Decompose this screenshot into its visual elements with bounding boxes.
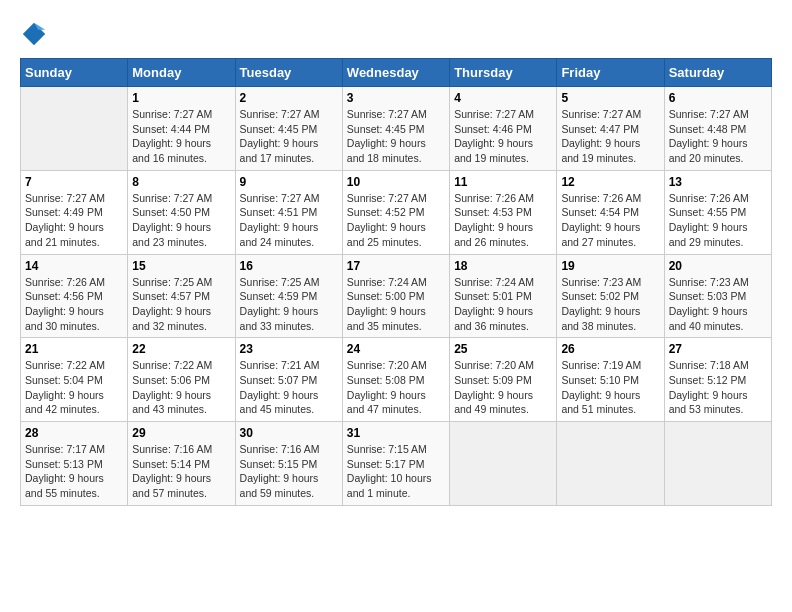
day-number: 24 — [347, 342, 445, 356]
sunrise-text: Sunrise: 7:17 AM — [25, 443, 105, 455]
daylight-minutes: and 36 minutes. — [454, 320, 529, 332]
day-cell: 14Sunrise: 7:26 AMSunset: 4:56 PMDayligh… — [21, 254, 128, 338]
week-row-4: 21Sunrise: 7:22 AMSunset: 5:04 PMDayligh… — [21, 338, 772, 422]
day-info: Sunrise: 7:27 AMSunset: 4:49 PMDaylight:… — [25, 191, 123, 250]
logo-icon — [20, 20, 48, 48]
sunrise-text: Sunrise: 7:25 AM — [132, 276, 212, 288]
sunset-text: Sunset: 5:03 PM — [669, 290, 747, 302]
day-cell: 10Sunrise: 7:27 AMSunset: 4:52 PMDayligh… — [342, 170, 449, 254]
day-info: Sunrise: 7:27 AMSunset: 4:52 PMDaylight:… — [347, 191, 445, 250]
day-cell: 27Sunrise: 7:18 AMSunset: 5:12 PMDayligh… — [664, 338, 771, 422]
header-cell-saturday: Saturday — [664, 59, 771, 87]
sunset-text: Sunset: 5:02 PM — [561, 290, 639, 302]
sunset-text: Sunset: 5:12 PM — [669, 374, 747, 386]
day-info: Sunrise: 7:20 AMSunset: 5:08 PMDaylight:… — [347, 358, 445, 417]
sunrise-text: Sunrise: 7:27 AM — [347, 108, 427, 120]
sunset-text: Sunset: 5:10 PM — [561, 374, 639, 386]
day-info: Sunrise: 7:15 AMSunset: 5:17 PMDaylight:… — [347, 442, 445, 501]
daylight-label: Daylight: 9 hours — [561, 137, 640, 149]
day-number: 15 — [132, 259, 230, 273]
day-cell — [21, 87, 128, 171]
week-row-1: 1Sunrise: 7:27 AMSunset: 4:44 PMDaylight… — [21, 87, 772, 171]
daylight-label: Daylight: 9 hours — [132, 137, 211, 149]
daylight-minutes: and 51 minutes. — [561, 403, 636, 415]
sunrise-text: Sunrise: 7:20 AM — [347, 359, 427, 371]
day-cell: 25Sunrise: 7:20 AMSunset: 5:09 PMDayligh… — [450, 338, 557, 422]
daylight-minutes: and 19 minutes. — [561, 152, 636, 164]
daylight-minutes: and 24 minutes. — [240, 236, 315, 248]
day-number: 23 — [240, 342, 338, 356]
daylight-label: Daylight: 9 hours — [25, 472, 104, 484]
daylight-label: Daylight: 9 hours — [240, 472, 319, 484]
daylight-minutes: and 29 minutes. — [669, 236, 744, 248]
svg-marker-0 — [23, 23, 45, 45]
day-number: 17 — [347, 259, 445, 273]
sunset-text: Sunset: 4:55 PM — [669, 206, 747, 218]
week-row-3: 14Sunrise: 7:26 AMSunset: 4:56 PMDayligh… — [21, 254, 772, 338]
sunrise-text: Sunrise: 7:27 AM — [132, 192, 212, 204]
daylight-minutes: and 45 minutes. — [240, 403, 315, 415]
sunset-text: Sunset: 5:08 PM — [347, 374, 425, 386]
daylight-label: Daylight: 9 hours — [347, 305, 426, 317]
sunrise-text: Sunrise: 7:23 AM — [669, 276, 749, 288]
sunrise-text: Sunrise: 7:18 AM — [669, 359, 749, 371]
daylight-label: Daylight: 9 hours — [240, 305, 319, 317]
day-number: 21 — [25, 342, 123, 356]
daylight-minutes: and 17 minutes. — [240, 152, 315, 164]
day-info: Sunrise: 7:20 AMSunset: 5:09 PMDaylight:… — [454, 358, 552, 417]
daylight-label: Daylight: 9 hours — [454, 137, 533, 149]
day-cell: 2Sunrise: 7:27 AMSunset: 4:45 PMDaylight… — [235, 87, 342, 171]
day-cell: 21Sunrise: 7:22 AMSunset: 5:04 PMDayligh… — [21, 338, 128, 422]
daylight-minutes: and 49 minutes. — [454, 403, 529, 415]
header-cell-friday: Friday — [557, 59, 664, 87]
daylight-minutes: and 26 minutes. — [454, 236, 529, 248]
day-number: 25 — [454, 342, 552, 356]
day-info: Sunrise: 7:23 AMSunset: 5:03 PMDaylight:… — [669, 275, 767, 334]
daylight-label: Daylight: 9 hours — [132, 221, 211, 233]
sunrise-text: Sunrise: 7:27 AM — [240, 108, 320, 120]
day-cell: 8Sunrise: 7:27 AMSunset: 4:50 PMDaylight… — [128, 170, 235, 254]
daylight-label: Daylight: 9 hours — [454, 305, 533, 317]
day-number: 2 — [240, 91, 338, 105]
daylight-label: Daylight: 9 hours — [347, 221, 426, 233]
daylight-minutes: and 33 minutes. — [240, 320, 315, 332]
calendar-table: SundayMondayTuesdayWednesdayThursdayFrid… — [20, 58, 772, 506]
header-cell-monday: Monday — [128, 59, 235, 87]
daylight-label: Daylight: 9 hours — [561, 389, 640, 401]
day-info: Sunrise: 7:27 AMSunset: 4:44 PMDaylight:… — [132, 107, 230, 166]
day-cell: 5Sunrise: 7:27 AMSunset: 4:47 PMDaylight… — [557, 87, 664, 171]
sunset-text: Sunset: 5:01 PM — [454, 290, 532, 302]
day-number: 19 — [561, 259, 659, 273]
daylight-minutes: and 59 minutes. — [240, 487, 315, 499]
day-number: 14 — [25, 259, 123, 273]
daylight-label: Daylight: 9 hours — [669, 221, 748, 233]
day-info: Sunrise: 7:26 AMSunset: 4:56 PMDaylight:… — [25, 275, 123, 334]
day-cell: 13Sunrise: 7:26 AMSunset: 4:55 PMDayligh… — [664, 170, 771, 254]
sunrise-text: Sunrise: 7:20 AM — [454, 359, 534, 371]
day-number: 22 — [132, 342, 230, 356]
daylight-label: Daylight: 9 hours — [132, 389, 211, 401]
daylight-minutes: and 19 minutes. — [454, 152, 529, 164]
sunrise-text: Sunrise: 7:26 AM — [669, 192, 749, 204]
day-number: 7 — [25, 175, 123, 189]
daylight-minutes: and 27 minutes. — [561, 236, 636, 248]
sunset-text: Sunset: 4:45 PM — [347, 123, 425, 135]
sunrise-text: Sunrise: 7:27 AM — [132, 108, 212, 120]
sunrise-text: Sunrise: 7:27 AM — [347, 192, 427, 204]
day-cell: 26Sunrise: 7:19 AMSunset: 5:10 PMDayligh… — [557, 338, 664, 422]
day-cell — [664, 422, 771, 506]
day-number: 16 — [240, 259, 338, 273]
sunset-text: Sunset: 5:17 PM — [347, 458, 425, 470]
daylight-label: Daylight: 9 hours — [669, 137, 748, 149]
day-info: Sunrise: 7:21 AMSunset: 5:07 PMDaylight:… — [240, 358, 338, 417]
day-cell: 30Sunrise: 7:16 AMSunset: 5:15 PMDayligh… — [235, 422, 342, 506]
sunrise-text: Sunrise: 7:24 AM — [347, 276, 427, 288]
week-row-2: 7Sunrise: 7:27 AMSunset: 4:49 PMDaylight… — [21, 170, 772, 254]
day-info: Sunrise: 7:27 AMSunset: 4:50 PMDaylight:… — [132, 191, 230, 250]
daylight-label: Daylight: 10 hours — [347, 472, 432, 484]
daylight-label: Daylight: 9 hours — [25, 389, 104, 401]
day-info: Sunrise: 7:26 AMSunset: 4:54 PMDaylight:… — [561, 191, 659, 250]
daylight-label: Daylight: 9 hours — [454, 221, 533, 233]
day-cell: 9Sunrise: 7:27 AMSunset: 4:51 PMDaylight… — [235, 170, 342, 254]
day-info: Sunrise: 7:26 AMSunset: 4:55 PMDaylight:… — [669, 191, 767, 250]
